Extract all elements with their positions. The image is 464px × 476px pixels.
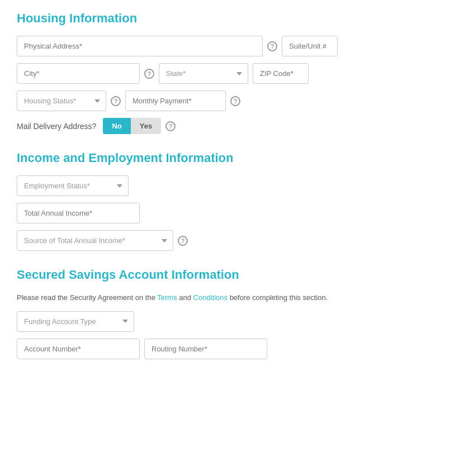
routing-number-input[interactable] (144, 339, 267, 359)
account-routing-row (17, 339, 447, 359)
savings-title: Secured Savings Account Information (17, 268, 447, 282)
account-number-input[interactable] (17, 339, 140, 359)
address-row: ? (17, 36, 447, 56)
source-income-select[interactable]: Source of Total Annual Income* (17, 230, 173, 251)
city-input[interactable] (17, 63, 140, 84)
monthly-payment-help-icon[interactable]: ? (230, 96, 240, 106)
annual-income-input[interactable] (17, 203, 140, 223)
mail-delivery-toggle: No Yes (103, 118, 161, 134)
funding-type-row: Funding Account Type (17, 311, 447, 332)
terms-link[interactable]: Terms (157, 293, 177, 302)
source-income-row: Source of Total Annual Income* ? (17, 230, 447, 251)
state-select[interactable]: State* (159, 63, 248, 84)
income-section: Income and Employment Information Employ… (17, 151, 447, 251)
savings-section: Secured Savings Account Information Plea… (17, 268, 447, 359)
source-income-help-icon[interactable]: ? (178, 236, 188, 246)
mail-delivery-row: Mail Delivery Address? No Yes ? (17, 118, 447, 134)
housing-status-row: Housing Status* ? ? (17, 91, 447, 111)
monthly-payment-input[interactable] (125, 91, 226, 111)
housing-status-select[interactable]: Housing Status* (17, 91, 106, 111)
city-help-icon[interactable]: ? (144, 69, 154, 79)
mail-delivery-label: Mail Delivery Address? (17, 122, 96, 131)
security-note: Please read the Security Agreement on th… (17, 292, 447, 303)
city-state-zip-row: ? State* (17, 63, 447, 84)
housing-section: Housing Information ? ? State* Housing S… (17, 11, 447, 134)
mail-yes-button[interactable]: Yes (131, 118, 161, 134)
physical-address-input[interactable] (17, 36, 263, 56)
zip-input[interactable] (253, 63, 309, 84)
mail-no-button[interactable]: No (103, 118, 130, 134)
mail-delivery-help-icon[interactable]: ? (165, 121, 176, 131)
housing-title: Housing Information (17, 11, 447, 26)
income-title: Income and Employment Information (17, 151, 447, 165)
funding-account-type-select[interactable]: Funding Account Type (17, 311, 134, 332)
suite-unit-input[interactable] (282, 36, 338, 56)
employment-status-row: Employment Status* (17, 175, 447, 196)
physical-address-help-icon[interactable]: ? (267, 41, 277, 51)
employment-status-select[interactable]: Employment Status* (17, 175, 129, 196)
housing-status-help-icon[interactable]: ? (111, 96, 121, 106)
annual-income-row (17, 203, 447, 223)
conditions-link[interactable]: Conditions (193, 293, 228, 302)
